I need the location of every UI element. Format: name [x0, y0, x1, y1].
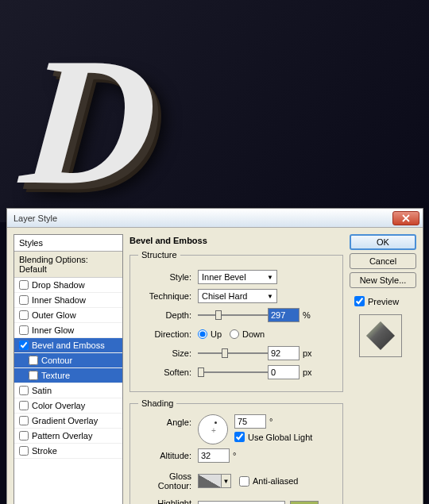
- size-label: Size:: [138, 348, 198, 358]
- style-item-inner-glow[interactable]: Inner Glow: [14, 323, 122, 338]
- antialiased-checkbox[interactable]: [239, 476, 249, 487]
- cancel-button[interactable]: Cancel: [350, 253, 416, 269]
- style-item-bevel-and-emboss[interactable]: Bevel and Emboss: [14, 338, 122, 353]
- style-item-label: Inner Glow: [32, 325, 74, 335]
- style-item-texture[interactable]: Texture: [14, 368, 122, 383]
- dialog-title: Layer Style: [14, 214, 392, 223]
- gloss-contour-label: Gloss Contour:: [138, 471, 198, 491]
- style-item-drop-shadow[interactable]: Drop Shadow: [14, 278, 122, 293]
- style-checkbox[interactable]: [19, 340, 29, 350]
- gloss-contour-menu[interactable]: ▼: [222, 474, 231, 488]
- angle-unit: °: [269, 417, 272, 426]
- style-item-label: Satin: [32, 386, 52, 395]
- titlebar: Layer Style: [7, 209, 423, 228]
- style-checkbox[interactable]: [19, 280, 29, 290]
- style-item-label: Gradient Overlay: [32, 416, 98, 425]
- style-item-label: Contour: [41, 356, 72, 365]
- styles-list: Styles Blending Options: Default Drop Sh…: [14, 234, 123, 504]
- panel-title: Bevel and Emboss: [129, 234, 343, 250]
- style-checkbox[interactable]: [19, 295, 29, 305]
- style-item-inner-shadow[interactable]: Inner Shadow: [14, 293, 122, 308]
- style-item-color-overlay[interactable]: Color Overlay: [14, 398, 122, 414]
- highlight-mode-label: Highlight Mode:: [138, 498, 198, 504]
- style-checkbox[interactable]: [19, 446, 29, 456]
- layer-style-dialog: Layer Style Styles Blending Options: Def…: [6, 208, 423, 504]
- close-button[interactable]: [392, 211, 419, 225]
- style-checkbox[interactable]: [29, 356, 38, 365]
- style-checkbox[interactable]: [19, 310, 29, 320]
- close-icon: [402, 214, 410, 222]
- background-image: D: [0, 0, 429, 222]
- technique-label: Technique:: [138, 291, 198, 301]
- style-item-label: Inner Shadow: [32, 295, 86, 305]
- style-item-label: Outer Glow: [32, 310, 76, 320]
- style-checkbox[interactable]: [29, 371, 38, 380]
- size-slider[interactable]: [198, 347, 268, 360]
- angle-input[interactable]: [234, 414, 266, 429]
- main-panel: Bevel and Emboss Structure Style: Inner …: [129, 234, 343, 504]
- preview-thumbnail: [359, 314, 402, 357]
- style-checkbox[interactable]: [19, 401, 29, 410]
- style-item-label: Drop Shadow: [32, 280, 85, 290]
- style-select[interactable]: Inner Bevel▼: [198, 270, 277, 284]
- style-checkbox[interactable]: [19, 386, 29, 395]
- soften-slider[interactable]: [198, 366, 268, 379]
- bg-letter-d: D: [14, 16, 164, 226]
- soften-unit: px: [303, 367, 312, 377]
- direction-down-radio[interactable]: [230, 329, 239, 339]
- blending-options-header[interactable]: Blending Options: Default: [14, 252, 122, 278]
- altitude-label: Altitude:: [138, 451, 198, 460]
- direction-label: Direction:: [138, 329, 198, 339]
- style-item-pattern-overlay[interactable]: Pattern Overlay: [14, 429, 122, 444]
- altitude-unit: °: [233, 451, 236, 460]
- depth-input[interactable]: [268, 308, 300, 322]
- soften-label: Soften:: [138, 367, 198, 377]
- structure-fieldset: Structure Style: Inner Bevel▼ Technique:…: [129, 250, 343, 392]
- size-input[interactable]: [268, 346, 300, 360]
- direction-up-radio[interactable]: [198, 329, 207, 339]
- gloss-contour-swatch[interactable]: [198, 474, 222, 488]
- global-light-checkbox[interactable]: [234, 432, 245, 442]
- angle-label: Angle:: [138, 414, 198, 444]
- size-unit: px: [303, 348, 312, 358]
- style-label: Style:: [138, 272, 198, 282]
- style-item-stroke[interactable]: Stroke: [14, 444, 122, 459]
- depth-unit: %: [303, 310, 311, 320]
- right-panel: OK Cancel New Style... Preview: [350, 234, 416, 504]
- style-item-label: Pattern Overlay: [32, 431, 92, 441]
- depth-slider[interactable]: [198, 309, 268, 321]
- style-checkbox[interactable]: [19, 325, 29, 335]
- soften-input[interactable]: [268, 365, 300, 379]
- altitude-input[interactable]: [198, 448, 230, 463]
- angle-control[interactable]: +: [198, 414, 228, 444]
- style-item-satin[interactable]: Satin: [14, 383, 122, 398]
- new-style-button[interactable]: New Style...: [350, 272, 416, 288]
- styles-header[interactable]: Styles: [14, 235, 122, 252]
- shading-legend: Shading: [138, 398, 176, 408]
- style-item-gradient-overlay[interactable]: Gradient Overlay: [14, 414, 122, 429]
- chevron-down-icon: ▼: [267, 274, 273, 281]
- highlight-color-swatch[interactable]: [290, 501, 319, 504]
- style-item-contour[interactable]: Contour: [14, 353, 122, 368]
- chevron-down-icon: ▼: [267, 293, 273, 300]
- style-item-label: Texture: [41, 371, 70, 380]
- style-checkbox[interactable]: [19, 416, 29, 425]
- style-item-outer-glow[interactable]: Outer Glow: [14, 308, 122, 323]
- technique-select[interactable]: Chisel Hard▼: [198, 289, 277, 303]
- shading-fieldset: Shading Angle: + ° Use Global Light Alti…: [129, 398, 343, 504]
- structure-legend: Structure: [138, 250, 180, 260]
- depth-label: Depth:: [138, 310, 198, 320]
- style-checkbox[interactable]: [19, 431, 29, 441]
- style-item-label: Stroke: [32, 446, 57, 456]
- style-item-label: Color Overlay: [32, 401, 85, 410]
- ok-button[interactable]: OK: [350, 234, 416, 250]
- style-item-label: Bevel and Emboss: [32, 340, 105, 350]
- highlight-mode-select[interactable]: Screen▼: [198, 501, 285, 504]
- preview-checkbox[interactable]: [354, 296, 365, 306]
